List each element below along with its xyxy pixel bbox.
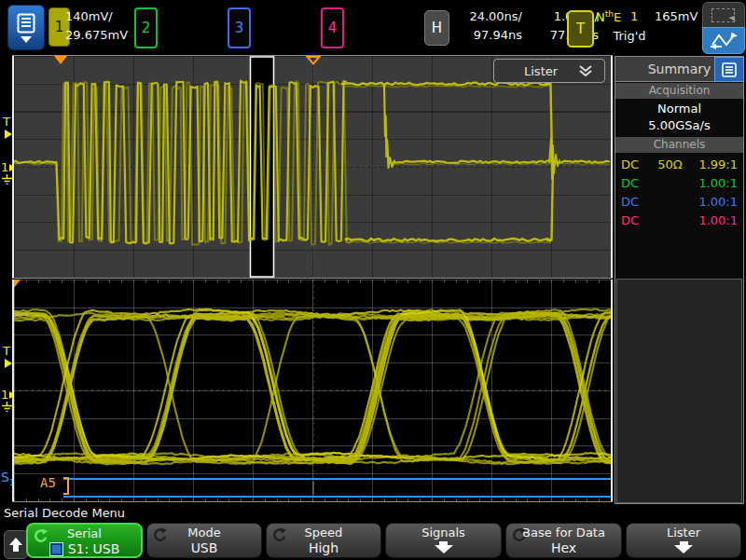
main-timebase: 24.00ns/ xyxy=(453,7,522,26)
decode-value: A5 xyxy=(40,475,56,490)
cycle-icon xyxy=(512,527,527,542)
channel-2-button[interactable]: 2 xyxy=(134,7,158,48)
low-rail xyxy=(346,239,550,241)
main-channel-marker-label: 1 xyxy=(1,160,8,174)
channel-2-summary-row: DC 1.00:1 xyxy=(615,174,743,193)
softkey-value: S1: USB xyxy=(68,542,120,556)
lister-dropdown-label: Lister xyxy=(524,64,558,78)
main-delay: 97.94ns xyxy=(453,26,522,45)
lister-dropdown-button[interactable]: Lister xyxy=(493,59,605,83)
probe-ratio: 1.99:1 xyxy=(695,156,738,174)
sidebar-menu-button[interactable] xyxy=(714,57,744,82)
cycle-icon xyxy=(153,527,168,542)
impedance xyxy=(645,212,695,230)
softkey-value: Hex xyxy=(506,541,621,555)
zoom-trigger-marker[interactable] xyxy=(5,359,12,368)
eye-trace xyxy=(14,315,611,464)
down-arrow-icon xyxy=(435,545,453,553)
chevron-down-icon xyxy=(21,36,32,43)
softkey-menu-bar: Serial Decode Menu Serial S1: USB Mode U… xyxy=(0,506,746,560)
menu-title: Serial Decode Menu xyxy=(4,506,125,520)
eye-trace xyxy=(14,309,611,458)
channel-4-button[interactable]: 4 xyxy=(321,7,344,48)
double-chevron-down-icon xyxy=(578,65,593,77)
down-arrow-icon xyxy=(674,545,693,553)
eye-trace xyxy=(14,314,611,463)
softkey-value: USB xyxy=(147,541,261,555)
softkey-label: Lister xyxy=(627,526,740,540)
eye-trace xyxy=(14,309,611,458)
trigger-position-marker[interactable] xyxy=(54,56,67,64)
low-rail-fuzz xyxy=(346,241,550,243)
acquisition-mode: Normal xyxy=(615,101,743,117)
softkey-speed[interactable]: Speed High xyxy=(266,523,381,558)
eye-trace xyxy=(14,315,611,464)
up-arrow-icon xyxy=(9,538,22,545)
acquisition-section-header: Acquisition xyxy=(615,83,743,99)
up-arrow-icon-stem xyxy=(13,545,19,552)
eye-trace xyxy=(14,312,611,460)
horizontal-button[interactable]: H xyxy=(424,10,449,46)
oscilloscope-screen: 1 140mV/ 29.675mV 2 3 4 H 24.00ns/ 97.94… xyxy=(0,0,746,560)
idle-line xyxy=(394,161,609,164)
graticule-bottom-edge xyxy=(12,501,613,502)
coupling: DC xyxy=(621,212,645,230)
channel-3-summary-row: DC 1.00:1 xyxy=(615,193,743,212)
trigger-position-marker-clipped xyxy=(12,280,21,288)
softkey-signals[interactable]: Signals xyxy=(385,523,502,558)
zoom-trigger-marker-label: T xyxy=(3,345,10,357)
horizontal-main-readout: 24.00ns/ 97.94ns xyxy=(453,7,522,45)
probe-ratio: 1.00:1 xyxy=(695,212,738,230)
menu-list-icon xyxy=(17,13,35,34)
zone-select-tool-button[interactable] xyxy=(702,2,745,29)
summary-sidebar: Summary Acquisition Normal 5.00GSa/s Cha… xyxy=(615,56,744,504)
channel-1-readout: 140mV/ 29.675mV xyxy=(65,7,128,45)
eye-trace xyxy=(14,313,611,462)
back-button[interactable] xyxy=(4,530,28,559)
softkey-serial[interactable]: Serial S1: USB xyxy=(26,523,143,558)
trigger-mode: NthE xyxy=(596,9,621,24)
zoom-channel-marker-label: 1 xyxy=(1,388,8,402)
eye-trace xyxy=(14,315,611,464)
trigger-status: Trig'd xyxy=(604,29,655,43)
probe-ratio: 1.00:1 xyxy=(695,193,738,212)
softkey-value: High xyxy=(267,541,380,555)
touch-gesture-tool-button[interactable] xyxy=(702,27,745,54)
sidebar-empty-panel xyxy=(616,279,742,503)
impedance: 50Ω xyxy=(645,156,695,174)
idle-fuzz xyxy=(394,163,609,165)
ground-icon xyxy=(2,174,12,184)
eye-trace xyxy=(14,312,611,460)
main-trigger-marker-label: T xyxy=(3,116,10,128)
main-window-graticule: Lister xyxy=(12,56,613,278)
softkey-base-for-data[interactable]: Base for Data Hex xyxy=(505,523,622,558)
softkey-mode[interactable]: Mode USB xyxy=(146,523,262,558)
scope-display: T 1 T 1 S1 xyxy=(0,54,746,506)
header-bar: 1 140mV/ 29.675mV 2 3 4 H 24.00ns/ 97.94… xyxy=(0,0,746,54)
impedance xyxy=(645,193,695,212)
main-trigger-marker[interactable] xyxy=(5,130,12,139)
ground-icon xyxy=(2,402,12,412)
eye-trace xyxy=(14,309,611,458)
trigger-button[interactable]: T xyxy=(567,10,594,48)
decode-bracket xyxy=(63,477,69,495)
eye-trace xyxy=(14,314,611,463)
softkey-label: Signals xyxy=(386,526,501,540)
channel-1-scale: 140mV/ xyxy=(65,7,128,26)
softkey-lister[interactable]: Lister xyxy=(626,523,741,558)
eye-trace xyxy=(14,312,611,461)
main-menu-button[interactable] xyxy=(7,5,45,50)
channel-3-button[interactable]: 3 xyxy=(228,7,251,48)
channel-1-offset: 29.675mV xyxy=(65,26,128,45)
time-reference-marker[interactable] xyxy=(306,56,321,65)
channels-section-header: Channels xyxy=(615,137,743,153)
eye-diagram-waveform xyxy=(14,280,611,501)
high-rail-fuzz xyxy=(342,86,549,88)
menu-list-icon xyxy=(722,62,737,77)
eye-trace xyxy=(14,315,611,464)
serial-checkbox-icon xyxy=(49,542,63,556)
coupling: DC xyxy=(621,193,645,212)
waveform-drag-icon xyxy=(703,28,744,53)
cycle-icon xyxy=(272,527,287,542)
zoom-window-graticule: A5 xyxy=(12,280,613,501)
